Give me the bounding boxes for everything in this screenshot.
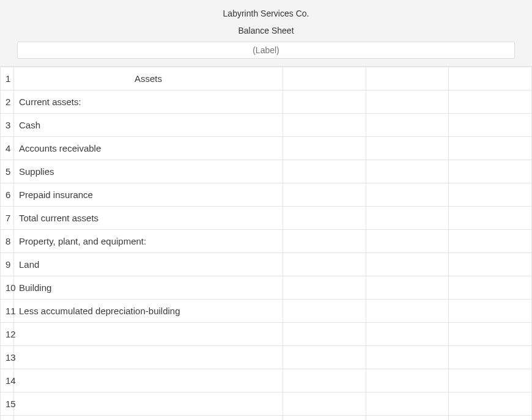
- value-cell[interactable]: [283, 416, 366, 421]
- value-cell[interactable]: [366, 90, 449, 114]
- value-cell[interactable]: [449, 67, 532, 90]
- row-number: 9: [1, 253, 14, 276]
- value-cell[interactable]: [283, 392, 366, 416]
- value-cell[interactable]: [449, 137, 532, 160]
- table-row: 5Supplies: [1, 160, 532, 183]
- row-number: 12: [1, 323, 14, 346]
- line-label[interactable]: [14, 323, 283, 346]
- row-number: 11: [1, 300, 14, 323]
- value-cell[interactable]: [366, 323, 449, 346]
- line-label[interactable]: Prepaid insurance: [14, 183, 283, 207]
- row-number: 2: [1, 90, 14, 114]
- value-cell[interactable]: [283, 346, 366, 369]
- value-cell[interactable]: [449, 253, 532, 276]
- table-row: 14: [1, 369, 532, 392]
- value-cell[interactable]: [449, 230, 532, 253]
- row-number: 6: [1, 183, 14, 207]
- line-label[interactable]: Supplies: [14, 160, 283, 183]
- table-row: 8Property, plant, and equipment:: [1, 230, 532, 253]
- table-row: 13: [1, 346, 532, 369]
- table-row: 6Prepaid insurance: [1, 183, 532, 207]
- row-number: 3: [1, 114, 14, 137]
- value-cell[interactable]: [449, 369, 532, 392]
- table-row: 12: [1, 323, 532, 346]
- row-number: 1: [1, 67, 14, 90]
- table-row: 2Current assets:: [1, 90, 532, 114]
- row-number: 7: [1, 207, 14, 230]
- value-cell[interactable]: [283, 207, 366, 230]
- value-cell[interactable]: [366, 346, 449, 369]
- row-number: 15: [1, 392, 14, 416]
- row-number: 16: [1, 416, 14, 421]
- line-label[interactable]: Building: [14, 276, 283, 300]
- value-cell[interactable]: [366, 160, 449, 183]
- row-number: 5: [1, 160, 14, 183]
- statement-title: Balance Sheet: [0, 21, 532, 42]
- value-cell[interactable]: [366, 137, 449, 160]
- value-cell[interactable]: [283, 183, 366, 207]
- value-cell[interactable]: [449, 323, 532, 346]
- value-cell[interactable]: [449, 416, 532, 421]
- row-number: 10: [1, 276, 14, 300]
- value-cell[interactable]: [283, 160, 366, 183]
- value-cell[interactable]: [366, 392, 449, 416]
- value-cell[interactable]: [366, 416, 449, 421]
- value-cell[interactable]: [283, 114, 366, 137]
- line-label[interactable]: [14, 392, 283, 416]
- company-name: Labyrinth Services Co.: [0, 6, 532, 21]
- date-label-input[interactable]: [17, 42, 515, 59]
- line-label[interactable]: Total current assets: [14, 207, 283, 230]
- line-label[interactable]: Cash: [14, 114, 283, 137]
- table-row: 1Assets: [1, 67, 532, 90]
- row-number: 13: [1, 346, 14, 369]
- table-row: 4Accounts receivable: [1, 137, 532, 160]
- line-label[interactable]: Less accumulated depreciation-building: [14, 300, 283, 323]
- line-label[interactable]: Property, plant, and equipment:: [14, 230, 283, 253]
- value-cell[interactable]: [283, 67, 366, 90]
- label-row: [0, 42, 532, 59]
- value-cell[interactable]: [366, 67, 449, 90]
- value-cell[interactable]: [449, 160, 532, 183]
- line-label[interactable]: Land: [14, 253, 283, 276]
- value-cell[interactable]: [366, 369, 449, 392]
- value-cell[interactable]: [449, 346, 532, 369]
- value-cell[interactable]: [283, 369, 366, 392]
- value-cell[interactable]: [283, 276, 366, 300]
- table-row: 10Building: [1, 276, 532, 300]
- line-label[interactable]: [14, 369, 283, 392]
- value-cell[interactable]: [283, 300, 366, 323]
- value-cell[interactable]: [449, 90, 532, 114]
- value-cell[interactable]: [366, 183, 449, 207]
- table-row: 3Cash: [1, 114, 532, 137]
- value-cell[interactable]: [449, 300, 532, 323]
- table-row: 16Liabilities: [1, 416, 532, 421]
- section-heading[interactable]: Assets: [14, 67, 283, 90]
- line-label[interactable]: [14, 346, 283, 369]
- value-cell[interactable]: [449, 207, 532, 230]
- value-cell[interactable]: [283, 323, 366, 346]
- table-row: 7Total current assets: [1, 207, 532, 230]
- value-cell[interactable]: [449, 276, 532, 300]
- balance-sheet-table: 1Assets2Current assets:3Cash4Accounts re…: [0, 67, 532, 420]
- value-cell[interactable]: [366, 230, 449, 253]
- value-cell[interactable]: [283, 90, 366, 114]
- value-cell[interactable]: [283, 230, 366, 253]
- value-cell[interactable]: [366, 114, 449, 137]
- value-cell[interactable]: [366, 300, 449, 323]
- value-cell[interactable]: [366, 276, 449, 300]
- value-cell[interactable]: [449, 392, 532, 416]
- value-cell[interactable]: [283, 253, 366, 276]
- value-cell[interactable]: [283, 137, 366, 160]
- section-heading[interactable]: Liabilities: [14, 416, 283, 421]
- value-cell[interactable]: [449, 114, 532, 137]
- value-cell[interactable]: [366, 207, 449, 230]
- value-cell[interactable]: [449, 183, 532, 207]
- line-label[interactable]: Accounts receivable: [14, 137, 283, 160]
- row-number: 14: [1, 369, 14, 392]
- header-block: Labyrinth Services Co. Balance Sheet: [0, 0, 532, 67]
- table-row: 9Land: [1, 253, 532, 276]
- value-cell[interactable]: [366, 253, 449, 276]
- table-row: 15: [1, 392, 532, 416]
- row-number: 4: [1, 137, 14, 160]
- line-label[interactable]: Current assets:: [14, 90, 283, 114]
